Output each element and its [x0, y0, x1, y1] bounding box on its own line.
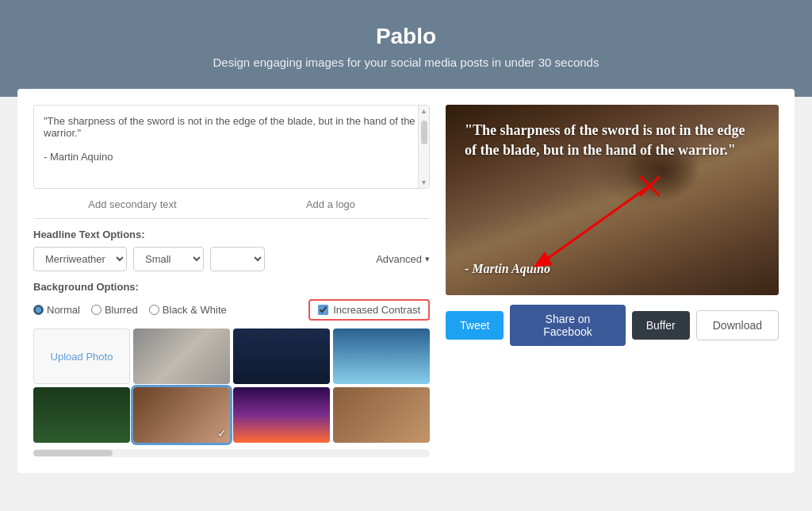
textarea-scrollbar[interactable]: ▲ ▼ — [418, 106, 429, 188]
tab-logo[interactable]: Add a logo — [232, 192, 430, 218]
bg-options-row: Normal Blurred Black & White Increased C… — [33, 299, 430, 321]
scroll-track — [419, 117, 429, 177]
scroll-thumb[interactable] — [421, 121, 427, 144]
app-subtitle: Design engaging images for your social m… — [16, 56, 796, 69]
radio-normal[interactable]: Normal — [33, 304, 80, 316]
page-header: Pablo Design engaging images for your so… — [0, 0, 812, 97]
upload-photo-button[interactable]: Upload Photo — [33, 328, 130, 384]
rocky-thumb — [133, 328, 230, 384]
main-container: "The sharpness of the sword is not in th… — [17, 89, 795, 473]
forest-thumb — [33, 387, 130, 443]
preview-quote: "The sharpness of the sword is not in th… — [465, 121, 760, 160]
radio-bw[interactable]: Black & White — [149, 304, 227, 316]
app-title: Pablo — [16, 24, 796, 49]
contrast-label: Increased Contrast — [333, 304, 420, 316]
buffer-button[interactable]: Buffer — [632, 311, 690, 340]
selected-check-icon: ✓ — [217, 427, 227, 440]
bottom-scroll-thumb[interactable] — [33, 450, 113, 456]
coffee-thumb — [133, 387, 230, 443]
bg-purple[interactable] — [233, 387, 330, 443]
image-grid: Upload Photo ✓ — [33, 328, 430, 443]
bg-wood[interactable] — [333, 387, 430, 443]
font-size-select[interactable]: Small Medium Large — [133, 247, 204, 271]
clouds-thumb — [333, 328, 430, 384]
quote-input[interactable]: "The sharpness of the sword is not in th… — [34, 106, 429, 185]
contrast-box: Increased Contrast — [308, 299, 430, 321]
night-thumb — [233, 328, 330, 384]
action-buttons: Tweet Share on Facebook Buffer Download — [446, 305, 779, 346]
font-family-select[interactable]: Merriweather Open Sans Roboto — [33, 247, 127, 271]
advanced-button[interactable]: Advanced — [376, 253, 430, 265]
headline-label: Headline Text Options: — [33, 229, 430, 240]
preview-author: - Martin Aquino — [465, 262, 550, 276]
contrast-checkbox[interactable] — [318, 305, 328, 315]
scroll-down-arrow[interactable]: ▼ — [419, 177, 429, 188]
bg-options-label: Background Options: — [33, 281, 430, 293]
text-area-container: "The sharpness of the sword is not in th… — [33, 105, 430, 189]
bg-night[interactable] — [233, 328, 330, 384]
bottom-scrollbar[interactable] — [33, 449, 430, 457]
tab-secondary-text[interactable]: Add secondary text — [33, 192, 232, 218]
download-button[interactable]: Download — [696, 310, 779, 340]
preview-image: "The sharpness of the sword is not in th… — [446, 105, 779, 295]
bg-forest[interactable] — [33, 387, 130, 443]
bg-clouds[interactable] — [333, 328, 430, 384]
right-panel: "The sharpness of the sword is not in th… — [446, 105, 779, 457]
wood-thumb — [333, 387, 430, 443]
tweet-button[interactable]: Tweet — [446, 311, 504, 340]
bg-coffee[interactable]: ✓ — [133, 387, 230, 443]
purple-thumb — [233, 387, 330, 443]
bg-rocky[interactable] — [133, 328, 230, 384]
scroll-up-arrow[interactable]: ▲ — [419, 106, 429, 117]
font-style-select[interactable]: Bold Italic — [210, 247, 265, 271]
secondary-tabs: Add secondary text Add a logo — [33, 192, 430, 219]
facebook-button[interactable]: Share on Facebook — [510, 305, 625, 346]
font-controls: Merriweather Open Sans Roboto Small Medi… — [33, 247, 430, 271]
left-panel: "The sharpness of the sword is not in th… — [33, 105, 430, 457]
radio-blurred[interactable]: Blurred — [91, 304, 138, 316]
